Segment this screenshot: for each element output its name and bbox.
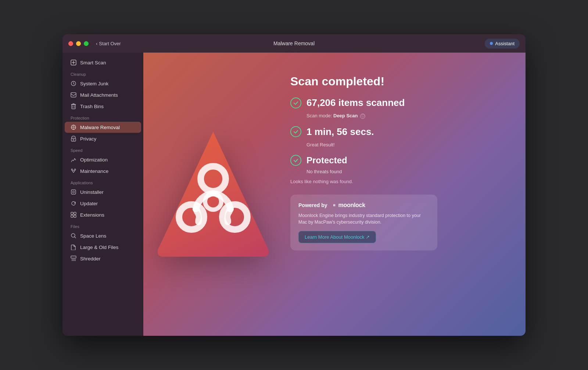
files-section-label: Files — [62, 221, 143, 230]
sidebar-item-malware-removal[interactable]: Malware Removal — [65, 122, 141, 133]
svg-rect-6 — [71, 138, 76, 141]
window-title: Malware Removal — [273, 40, 315, 46]
back-button[interactable]: ‹ Start Over — [96, 41, 121, 46]
sidebar-item-uninstaller[interactable]: Uninstaller — [65, 186, 141, 198]
svg-rect-3 — [72, 104, 75, 109]
sidebar-item-trash-bins[interactable]: Trash Bins — [65, 101, 141, 112]
space-lens-icon — [71, 233, 76, 239]
malware-removal-label: Malware Removal — [80, 125, 120, 130]
sidebar-item-space-lens[interactable]: Space Lens — [65, 230, 141, 241]
illustration-area — [143, 53, 283, 336]
nothing-found-text: Looks like nothing was found. — [290, 179, 511, 184]
svg-point-5 — [73, 127, 74, 128]
scan-mode-row: Scan mode: Deep Scan ⓘ — [306, 113, 511, 119]
svg-point-18 — [209, 174, 218, 183]
maintenance-label: Maintenance — [80, 168, 108, 174]
check-icon-protected — [290, 155, 301, 166]
assistant-dot-icon — [490, 42, 493, 45]
learn-more-button[interactable]: Learn More About Moonlock ↗ — [298, 231, 376, 243]
svg-point-9 — [73, 191, 75, 193]
sidebar-item-optimization[interactable]: Optimization — [65, 154, 141, 165]
maximize-button[interactable] — [84, 41, 89, 46]
back-label: Start Over — [99, 41, 121, 46]
system-junk-label: System Junk — [80, 81, 108, 86]
scan-completed-title: Scan completed! — [290, 75, 511, 88]
check-icon-duration — [290, 126, 301, 137]
svg-rect-13 — [74, 215, 76, 217]
duration-row: 1 min, 56 secs. — [290, 126, 511, 138]
sidebar-item-large-old-files[interactable]: Large & Old Files — [65, 242, 141, 253]
svg-rect-10 — [71, 212, 73, 214]
maintenance-icon — [71, 168, 76, 174]
privacy-icon — [71, 136, 76, 142]
info-icon[interactable]: ⓘ — [360, 114, 365, 119]
moonlock-header: Powered by moonlock — [298, 202, 429, 209]
large-files-icon — [71, 244, 76, 250]
protection-section-label: Protection — [62, 112, 143, 122]
updater-label: Updater — [80, 201, 98, 206]
sidebar-item-system-junk[interactable]: System Junk — [65, 78, 141, 89]
assistant-label: Assistant — [495, 41, 514, 46]
trash-icon — [71, 103, 76, 109]
sidebar-item-updater[interactable]: Updater — [65, 198, 141, 209]
learn-more-label: Learn More About Moonlock ↗ — [305, 234, 370, 240]
svg-rect-8 — [71, 190, 76, 194]
extensions-icon — [71, 212, 76, 218]
extensions-label: Extensions — [80, 212, 104, 218]
protected-row: Protected — [290, 155, 511, 166]
optimization-label: Optimization — [80, 157, 108, 163]
system-junk-icon — [71, 81, 76, 86]
svg-rect-2 — [71, 93, 76, 97]
cleanup-section-label: Cleanup — [62, 68, 143, 78]
moonlock-brand-text: moonlock — [338, 202, 365, 209]
app-window: ‹ Start Over Malware Removal Assistant S… — [62, 34, 526, 336]
chevron-left-icon: ‹ — [96, 41, 97, 46]
space-lens-label: Space Lens — [80, 233, 106, 239]
sidebar-item-maintenance[interactable]: Maintenance — [65, 166, 141, 177]
items-scanned-row: 67,206 items scanned — [290, 97, 511, 108]
sidebar-item-mail-attachments[interactable]: Mail Attachments — [65, 89, 141, 100]
svg-rect-24 — [333, 204, 334, 206]
uninstaller-label: Uninstaller — [80, 189, 104, 195]
applications-section-label: Applications — [62, 177, 143, 186]
trash-bins-label: Trash Bins — [80, 104, 104, 109]
moonlock-logo-icon — [330, 202, 336, 208]
privacy-label: Privacy — [80, 136, 96, 142]
assistant-button[interactable]: Assistant — [485, 39, 520, 49]
updater-icon — [71, 200, 76, 206]
optimization-icon — [71, 157, 76, 163]
close-button[interactable] — [68, 41, 73, 46]
shredder-icon — [71, 256, 76, 262]
sidebar-item-shredder[interactable]: Shredder — [65, 253, 141, 264]
no-threats-text: No threats found — [306, 169, 511, 174]
moonlock-description: Moonlock Engine brings industry standard… — [298, 212, 429, 226]
shredder-label: Shredder — [80, 256, 101, 262]
speed-section-label: Speed — [62, 145, 143, 154]
powered-by-text: Powered by — [298, 202, 327, 208]
svg-point-23 — [208, 196, 218, 207]
items-scanned-text: 67,206 items scanned — [306, 97, 405, 108]
protected-text: Protected — [306, 155, 347, 166]
scan-mode-value: Deep Scan — [333, 113, 358, 118]
biohazard-graphic — [151, 121, 276, 268]
smart-scan-label: Smart Scan — [80, 60, 106, 65]
sidebar-item-privacy[interactable]: Privacy — [65, 133, 141, 144]
moonlock-card: Powered by moonlock Moonlock Engine brin… — [290, 195, 437, 251]
svg-rect-25 — [334, 204, 335, 206]
title-bar: ‹ Start Over Malware Removal Assistant — [62, 34, 526, 53]
smart-scan-icon — [71, 60, 76, 65]
mail-icon — [71, 92, 76, 98]
svg-point-7 — [73, 139, 74, 140]
duration-sub-text: Great Result! — [306, 142, 511, 147]
content-area: Scan completed! 67,206 items scanned Sca… — [143, 53, 526, 336]
minimize-button[interactable] — [76, 41, 81, 46]
sidebar-item-smart-scan[interactable]: Smart Scan — [65, 57, 141, 68]
sidebar: Smart Scan Cleanup System Junk — [62, 53, 143, 336]
biohazard-svg — [154, 124, 272, 264]
svg-rect-12 — [71, 215, 73, 217]
sidebar-item-extensions[interactable]: Extensions — [65, 209, 141, 220]
svg-rect-11 — [74, 212, 76, 214]
large-old-files-label: Large & Old Files — [80, 245, 118, 250]
scan-mode-label: Scan mode: — [306, 113, 332, 118]
svg-rect-15 — [71, 256, 76, 258]
